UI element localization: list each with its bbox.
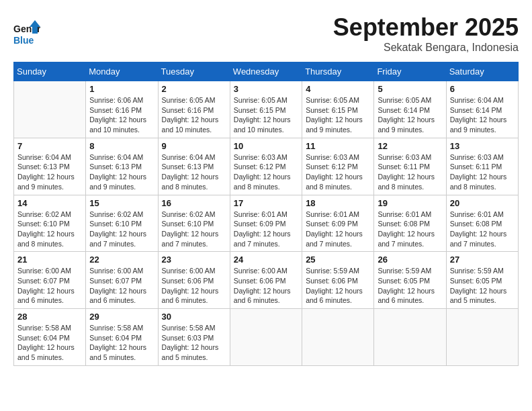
day-info: Sunrise: 6:03 AM Sunset: 6:12 PM Dayligh… xyxy=(234,152,298,192)
header-thursday: Thursday xyxy=(302,62,374,81)
day-number: 18 xyxy=(306,198,370,208)
svg-text:Blue: Blue xyxy=(13,35,34,46)
day-info: Sunrise: 6:01 AM Sunset: 6:08 PM Dayligh… xyxy=(378,210,442,249)
day-info: Sunrise: 6:00 AM Sunset: 6:06 PM Dayligh… xyxy=(162,266,226,306)
calendar-cell: 21Sunrise: 6:00 AM Sunset: 6:07 PM Dayli… xyxy=(14,252,86,309)
day-number: 26 xyxy=(378,255,442,265)
calendar-cell: 10Sunrise: 6:03 AM Sunset: 6:12 PM Dayli… xyxy=(230,138,302,195)
day-info: Sunrise: 6:05 AM Sunset: 6:15 PM Dayligh… xyxy=(234,95,298,135)
calendar-week-2: 7Sunrise: 6:04 AM Sunset: 6:13 PM Daylig… xyxy=(14,138,519,195)
calendar-cell: 3Sunrise: 6:05 AM Sunset: 6:15 PM Daylig… xyxy=(230,81,302,138)
day-info: Sunrise: 5:59 AM Sunset: 6:05 PM Dayligh… xyxy=(378,266,442,306)
day-number: 2 xyxy=(162,84,226,94)
day-info: Sunrise: 6:02 AM Sunset: 6:10 PM Dayligh… xyxy=(89,210,154,249)
day-number: 13 xyxy=(450,141,515,151)
day-info: Sunrise: 6:05 AM Sunset: 6:16 PM Dayligh… xyxy=(162,95,226,135)
month-title: September 2025 xyxy=(333,13,519,42)
day-info: Sunrise: 6:01 AM Sunset: 6:09 PM Dayligh… xyxy=(306,210,370,249)
day-number: 4 xyxy=(306,84,370,94)
calendar-cell: 16Sunrise: 6:02 AM Sunset: 6:10 PM Dayli… xyxy=(158,195,230,252)
location-subtitle: Sekatak Bengara, Indonesia xyxy=(333,42,519,54)
day-number: 5 xyxy=(378,84,442,94)
calendar-week-4: 21Sunrise: 6:00 AM Sunset: 6:07 PM Dayli… xyxy=(14,252,519,309)
header-wednesday: Wednesday xyxy=(230,62,302,81)
calendar-cell: 6Sunrise: 6:04 AM Sunset: 6:14 PM Daylig… xyxy=(446,81,518,138)
calendar-cell: 2Sunrise: 6:05 AM Sunset: 6:16 PM Daylig… xyxy=(158,81,230,138)
day-info: Sunrise: 6:04 AM Sunset: 6:13 PM Dayligh… xyxy=(17,152,82,192)
calendar-week-3: 14Sunrise: 6:02 AM Sunset: 6:10 PM Dayli… xyxy=(14,195,519,252)
calendar-cell: 29Sunrise: 5:58 AM Sunset: 6:04 PM Dayli… xyxy=(86,309,158,366)
day-number: 15 xyxy=(89,198,154,208)
day-number: 29 xyxy=(89,312,154,322)
calendar-cell xyxy=(302,309,374,366)
calendar-cell xyxy=(14,81,86,138)
page-header: General Blue September 2025 Sekatak Beng… xyxy=(13,13,519,54)
day-number: 28 xyxy=(17,312,82,322)
calendar-week-1: 1Sunrise: 6:06 AM Sunset: 6:16 PM Daylig… xyxy=(14,81,519,138)
day-info: Sunrise: 6:01 AM Sunset: 6:08 PM Dayligh… xyxy=(450,210,515,249)
day-number: 19 xyxy=(378,198,442,208)
calendar-cell: 26Sunrise: 5:59 AM Sunset: 6:05 PM Dayli… xyxy=(374,252,446,309)
calendar-cell xyxy=(230,309,302,366)
day-info: Sunrise: 6:03 AM Sunset: 6:11 PM Dayligh… xyxy=(378,152,442,192)
calendar-cell xyxy=(374,309,446,366)
day-info: Sunrise: 6:01 AM Sunset: 6:09 PM Dayligh… xyxy=(234,210,298,249)
day-info: Sunrise: 6:00 AM Sunset: 6:07 PM Dayligh… xyxy=(89,266,154,306)
day-info: Sunrise: 6:06 AM Sunset: 6:16 PM Dayligh… xyxy=(89,95,154,135)
header-tuesday: Tuesday xyxy=(158,62,230,81)
calendar-cell: 4Sunrise: 6:05 AM Sunset: 6:15 PM Daylig… xyxy=(302,81,374,138)
calendar-cell: 13Sunrise: 6:03 AM Sunset: 6:11 PM Dayli… xyxy=(446,138,518,195)
header-monday: Monday xyxy=(86,62,158,81)
header-saturday: Saturday xyxy=(446,62,518,81)
day-number: 20 xyxy=(450,198,515,208)
calendar-cell: 12Sunrise: 6:03 AM Sunset: 6:11 PM Dayli… xyxy=(374,138,446,195)
calendar-cell: 17Sunrise: 6:01 AM Sunset: 6:09 PM Dayli… xyxy=(230,195,302,252)
day-info: Sunrise: 5:58 AM Sunset: 6:03 PM Dayligh… xyxy=(162,323,226,363)
day-number: 21 xyxy=(17,255,82,265)
day-number: 23 xyxy=(162,255,226,265)
header-sunday: Sunday xyxy=(14,62,86,81)
calendar-header-row: SundayMondayTuesdayWednesdayThursdayFrid… xyxy=(14,62,519,81)
day-info: Sunrise: 5:59 AM Sunset: 6:05 PM Dayligh… xyxy=(450,266,515,306)
day-number: 9 xyxy=(162,141,226,151)
calendar-cell: 22Sunrise: 6:00 AM Sunset: 6:07 PM Dayli… xyxy=(86,252,158,309)
calendar-cell: 24Sunrise: 6:00 AM Sunset: 6:06 PM Dayli… xyxy=(230,252,302,309)
day-info: Sunrise: 6:00 AM Sunset: 6:06 PM Dayligh… xyxy=(234,266,298,306)
day-info: Sunrise: 6:04 AM Sunset: 6:14 PM Dayligh… xyxy=(450,95,515,135)
day-info: Sunrise: 6:02 AM Sunset: 6:10 PM Dayligh… xyxy=(162,210,226,249)
day-number: 24 xyxy=(234,255,298,265)
day-info: Sunrise: 6:04 AM Sunset: 6:13 PM Dayligh… xyxy=(162,152,226,192)
day-info: Sunrise: 6:03 AM Sunset: 6:11 PM Dayligh… xyxy=(450,152,515,192)
calendar-cell: 25Sunrise: 5:59 AM Sunset: 6:06 PM Dayli… xyxy=(302,252,374,309)
day-number: 8 xyxy=(89,141,154,151)
day-number: 22 xyxy=(89,255,154,265)
calendar-cell: 19Sunrise: 6:01 AM Sunset: 6:08 PM Dayli… xyxy=(374,195,446,252)
calendar-table: SundayMondayTuesdayWednesdayThursdayFrid… xyxy=(13,62,519,366)
day-info: Sunrise: 6:05 AM Sunset: 6:14 PM Dayligh… xyxy=(378,95,442,135)
calendar-cell: 30Sunrise: 5:58 AM Sunset: 6:03 PM Dayli… xyxy=(158,309,230,366)
calendar-cell: 1Sunrise: 6:06 AM Sunset: 6:16 PM Daylig… xyxy=(86,81,158,138)
day-number: 25 xyxy=(306,255,370,265)
day-number: 6 xyxy=(450,84,515,94)
calendar-cell: 27Sunrise: 5:59 AM Sunset: 6:05 PM Dayli… xyxy=(446,252,518,309)
day-number: 3 xyxy=(234,84,298,94)
day-number: 10 xyxy=(234,141,298,151)
calendar-cell: 5Sunrise: 6:05 AM Sunset: 6:14 PM Daylig… xyxy=(374,81,446,138)
logo-svg: General Blue xyxy=(13,20,40,50)
calendar-cell: 14Sunrise: 6:02 AM Sunset: 6:10 PM Dayli… xyxy=(14,195,86,252)
day-number: 7 xyxy=(17,141,82,151)
calendar-cell: 15Sunrise: 6:02 AM Sunset: 6:10 PM Dayli… xyxy=(86,195,158,252)
calendar-cell: 28Sunrise: 5:58 AM Sunset: 6:04 PM Dayli… xyxy=(14,309,86,366)
header-friday: Friday xyxy=(374,62,446,81)
day-info: Sunrise: 5:58 AM Sunset: 6:04 PM Dayligh… xyxy=(17,323,82,363)
calendar-cell: 7Sunrise: 6:04 AM Sunset: 6:13 PM Daylig… xyxy=(14,138,86,195)
day-number: 17 xyxy=(234,198,298,208)
day-number: 11 xyxy=(306,141,370,151)
day-info: Sunrise: 5:58 AM Sunset: 6:04 PM Dayligh… xyxy=(89,323,154,363)
day-number: 30 xyxy=(162,312,226,322)
title-block: September 2025 Sekatak Bengara, Indonesi… xyxy=(333,13,519,54)
day-info: Sunrise: 5:59 AM Sunset: 6:06 PM Dayligh… xyxy=(306,266,370,306)
day-number: 16 xyxy=(162,198,226,208)
calendar-cell: 20Sunrise: 6:01 AM Sunset: 6:08 PM Dayli… xyxy=(446,195,518,252)
calendar-cell xyxy=(446,309,518,366)
